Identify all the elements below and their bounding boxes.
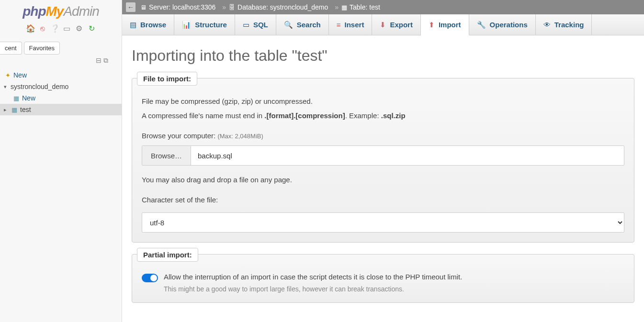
operations-icon: 🔧 [477,21,486,29]
charset-label: Character set of the file: [142,194,624,206]
tab-label: Operations [490,21,528,29]
bc-table-label: Table: test [350,3,380,11]
tree-toolbar: ⊟ ⧉ [0,55,122,67]
file-input-row: Browse… backup.sql [142,145,624,166]
tab-label: Tracking [554,21,584,29]
table-new-icon: ▦ [12,95,20,102]
browse-label: Browse your computer: (Max: 2,048MiB) [142,130,624,142]
table-icon: ▦ [341,4,347,11]
file-help-2: A compressed file's name must end in .[f… [142,110,624,122]
nav-tree: ✦ New ▾ systroncloud_demo ▦ New ▸ ▦ test [0,67,122,115]
tree-table-test[interactable]: ▸ ▦ test [0,104,122,115]
expand-icon[interactable]: ▸ [4,107,11,113]
insert-icon: ≡ [337,21,341,29]
bc-sep: » [335,3,339,11]
search-icon: 🔍 [284,21,293,29]
sidebar: phpMyAdmin 🏠 ⎋ ❔ ▭ ⚙ ↻ cent Favorites ⊟ … [0,0,122,322]
allow-interrupt-label: Allow the interruption of an import in c… [164,273,462,281]
tab-insert[interactable]: ≡Insert [329,14,373,35]
text: . Example: [345,111,381,120]
bc-database-label: Database: systroncloud_demo [237,3,328,11]
table-icon: ▦ [11,106,18,113]
drag-hint: You may also drag and drop a file on any… [142,174,624,186]
tab-operations[interactable]: 🔧Operations [469,14,536,35]
tree-label: New [13,71,27,79]
sql-icon: ▭ [243,21,249,29]
text: A compressed file's name must end in [142,111,264,120]
breadcrumb: ← 🖥Server: localhost:3306 » 🗄Database: s… [122,0,644,14]
bc-server[interactable]: 🖥Server: localhost:3306 [140,3,215,11]
settings-icon[interactable]: ⚙ [75,24,83,33]
content: Importing into the table "test" File to … [122,35,644,322]
new-icon: ✦ [4,72,11,79]
tab-import[interactable]: ⬆Import [421,14,469,35]
selected-file-name: backup.sql [191,146,624,165]
tree-new-db[interactable]: ✦ New [0,69,122,81]
browse-button[interactable]: Browse… [142,146,191,165]
collapse-icon[interactable]: ⊟ [96,56,102,64]
tab-label: SQL [253,21,268,29]
file-import-legend: File to import: [137,72,197,86]
expand-icon[interactable]: ▾ [4,84,11,90]
main: ← 🖥Server: localhost:3306 » 🗄Database: s… [122,0,644,322]
partial-import-legend: Partial import: [137,248,198,262]
allow-interrupt-hint: This might be a good way to import large… [164,285,624,293]
page-title: Importing into the table "test" [132,47,634,65]
database-icon: 🗄 [229,4,235,11]
tab-export[interactable]: ⬇Export [372,14,421,35]
logo-part-my: My [46,4,64,19]
import-icon: ⬆ [429,21,435,29]
tree-label: systroncloud_demo [11,83,68,90]
example-bold: .sql.zip [381,111,406,120]
back-button[interactable]: ← [126,2,136,12]
allow-interrupt-row: Allow the interruption of an import in c… [142,273,624,282]
tab-recent[interactable]: cent [0,42,22,55]
tabs: ▤Browse 📊Structure ▭SQL 🔍Search ≡Insert … [122,14,644,35]
format-bold: .[format].[compression] [264,111,345,120]
tab-favorites[interactable]: Favorites [24,42,60,55]
tab-label: Insert [345,21,364,29]
logo-part-admin: Admin [63,4,99,19]
allow-interrupt-toggle[interactable] [142,274,158,282]
tracking-icon: 👁 [543,21,551,29]
tab-label: Export [390,21,413,29]
tab-label: Search [297,21,321,29]
export-icon: ⬇ [380,21,386,29]
bc-database[interactable]: 🗄Database: systroncloud_demo [229,3,328,11]
tab-label: Browse [140,21,166,29]
browse-icon: ▤ [130,21,136,29]
charset-select[interactable]: utf-8 [142,212,624,233]
exit-icon[interactable]: ⎋ [38,24,47,33]
tab-structure[interactable]: 📊Structure [174,14,235,35]
server-icon: 🖥 [140,4,147,11]
refresh-icon[interactable]: ↻ [87,24,96,33]
structure-icon: 📊 [182,21,191,29]
tab-browse[interactable]: ▤Browse [122,14,174,35]
tab-tracking[interactable]: 👁Tracking [536,14,592,35]
tree-label: test [20,106,31,113]
tree-db[interactable]: ▾ systroncloud_demo [0,81,122,92]
bc-server-label: Server: localhost:3306 [149,3,215,11]
bc-table[interactable]: ▦Table: test [341,3,380,11]
link-icon[interactable]: ⧉ [103,56,108,64]
sql-icon[interactable]: ▭ [63,24,71,33]
logo[interactable]: phpMyAdmin [0,0,122,21]
tree-label: New [22,94,35,102]
tab-sql[interactable]: ▭SQL [235,14,276,35]
home-icon[interactable]: 🏠 [26,24,34,33]
file-import-fieldset: File to import: File may be compressed (… [132,78,634,243]
bc-sep: » [222,3,226,11]
tab-label: Structure [195,21,227,29]
help-icon[interactable]: ❔ [50,24,59,33]
tab-label: Import [439,21,461,29]
text: Browse your computer: [142,132,217,140]
sidebar-tabs: cent Favorites [0,38,122,55]
file-help-1: File may be compressed (gzip, zip) or un… [142,96,624,107]
tree-db-new[interactable]: ▦ New [0,92,122,104]
logo-part-php: php [23,4,45,19]
max-hint: (Max: 2,048MiB) [217,133,263,140]
partial-import-fieldset: Partial import: Allow the interruption o… [132,254,634,303]
sidebar-toolbar: 🏠 ⎋ ❔ ▭ ⚙ ↻ [0,21,122,38]
tab-search[interactable]: 🔍Search [276,14,329,35]
